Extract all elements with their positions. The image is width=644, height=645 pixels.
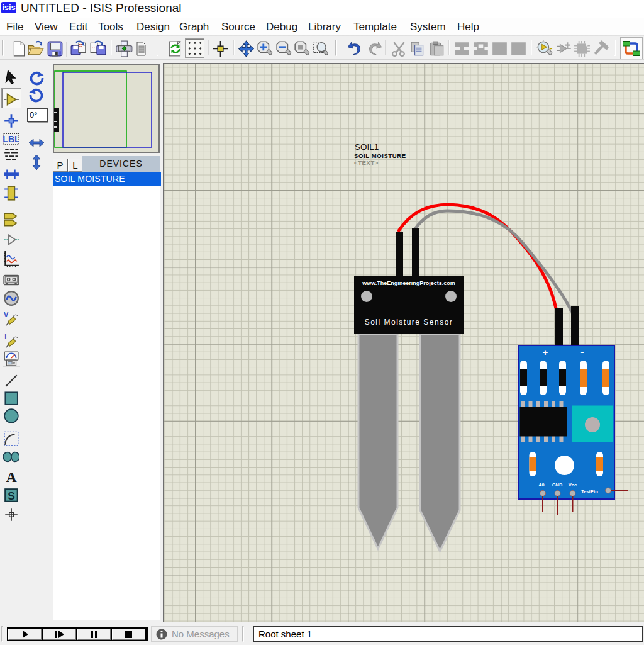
svg-text:SOIL MOISTURE: SOIL MOISTURE <box>354 152 406 159</box>
svg-text:Vcc: Vcc <box>569 482 577 488</box>
svg-text:<TEXT>: <TEXT> <box>354 159 379 166</box>
svg-text:Soil Moisture Sensor: Soil Moisture Sensor <box>365 318 453 327</box>
svg-text:S: S <box>8 490 15 502</box>
svg-text:A0: A0 <box>538 482 545 488</box>
svg-text:www.TheEngineeringProjects.com: www.TheEngineeringProjects.com <box>362 280 455 286</box>
svg-text:I: I <box>4 333 6 340</box>
svg-text:A: A <box>6 469 17 485</box>
svg-text:GND: GND <box>552 482 563 488</box>
svg-text:LBL: LBL <box>3 134 19 144</box>
svg-text:-: - <box>580 346 584 357</box>
svg-text:SOIL1: SOIL1 <box>355 142 379 152</box>
svg-text:+: + <box>543 347 548 357</box>
svg-text:V: V <box>4 311 9 318</box>
svg-text:TestPin: TestPin <box>581 489 598 495</box>
